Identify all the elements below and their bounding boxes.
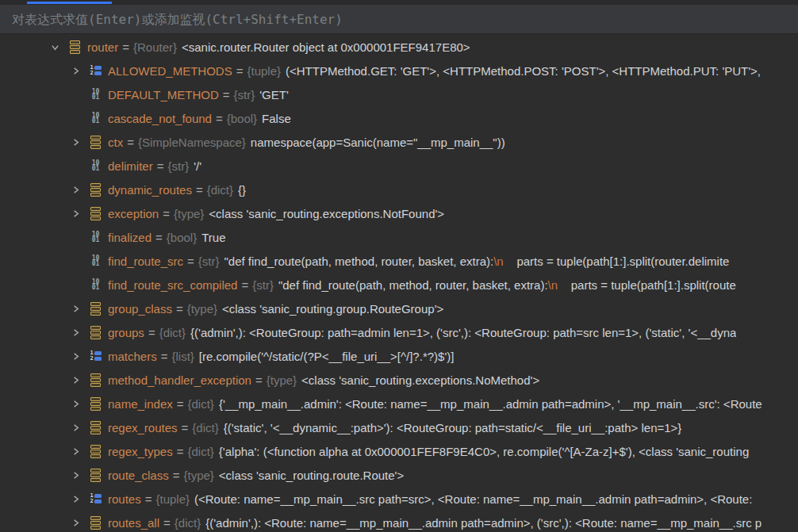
object-type-icon bbox=[89, 301, 102, 316]
list-type-icon: 12 bbox=[89, 492, 102, 506]
variable-value: "def find_route(path, method, router, ba… bbox=[278, 278, 736, 292]
variable-row[interactable]: 1001 find_route_src = {str} "def find_ro… bbox=[0, 249, 798, 273]
variable-value: {('admin',): <RouteGroup: path=admin len… bbox=[190, 326, 736, 339]
list-type-icon: 12 bbox=[89, 63, 102, 78]
evaluate-expression-input[interactable] bbox=[10, 11, 775, 28]
variable-row[interactable]: name_index = {dict} {'__mp_main__.admin'… bbox=[0, 392, 798, 415]
chevron-right-icon[interactable] bbox=[67, 350, 84, 362]
variable-row[interactable]: exception = {type} <class 'sanic_routing… bbox=[0, 201, 798, 225]
primitive-type-icon: 1001 bbox=[89, 111, 102, 125]
equals-sign: = bbox=[161, 350, 168, 363]
chevron-right-icon[interactable] bbox=[67, 492, 84, 505]
variable-name: cascade_not_found bbox=[108, 112, 212, 125]
chevron-right-icon[interactable] bbox=[67, 136, 84, 148]
object-type-icon bbox=[89, 182, 102, 197]
variable-name: name_index bbox=[108, 397, 173, 411]
primitive-type-icon: 1001 bbox=[89, 230, 102, 244]
variable-row[interactable]: 12 routes = {tuple} (<Route: name=__mp_m… bbox=[0, 487, 798, 511]
variable-name: route_class bbox=[108, 469, 169, 482]
variable-type-label: {type} bbox=[174, 207, 204, 220]
chevron-down-icon[interactable] bbox=[46, 40, 63, 53]
chevron-right-icon[interactable] bbox=[67, 207, 84, 220]
variable-row[interactable]: groups = {dict} {('admin',): <RouteGroup… bbox=[0, 320, 798, 344]
chevron-right-icon[interactable] bbox=[67, 445, 84, 457]
variable-type-label: {str} bbox=[167, 159, 189, 173]
variable-name: DEFAULT_METHOD bbox=[108, 88, 219, 101]
variable-value: <class 'sanic_routing.exceptions.NotFoun… bbox=[209, 207, 444, 220]
variable-row[interactable]: 12 matchers = {list} [re.compile('^/stat… bbox=[0, 344, 798, 368]
variable-name: routes bbox=[108, 492, 141, 506]
variable-type-label: {dict} bbox=[207, 183, 233, 197]
variable-value: {('admin',): <Route: name=__mp_main__.ad… bbox=[205, 516, 762, 530]
escape-sequence: \n bbox=[493, 255, 504, 268]
variable-value: <class 'sanic_routing.exceptions.NoMetho… bbox=[301, 373, 539, 387]
variable-type-label: {bool} bbox=[167, 231, 197, 244]
variable-value: (<HTTPMethod.GET: 'GET'>, <HTTPMethod.PO… bbox=[286, 64, 761, 78]
object-type-icon bbox=[89, 325, 102, 339]
variable-row[interactable]: 1001 DEFAULT_METHOD = {str} 'GET' bbox=[0, 82, 798, 106]
tab-strip bbox=[0, 0, 798, 5]
escape-sequence: \n bbox=[548, 278, 558, 292]
variable-name: groups bbox=[108, 326, 144, 339]
variable-name: find_route_src bbox=[108, 255, 183, 268]
equals-sign: = bbox=[216, 112, 223, 125]
object-type-icon bbox=[89, 206, 102, 220]
object-type-icon bbox=[89, 444, 102, 458]
chevron-right-icon[interactable] bbox=[67, 421, 84, 434]
variable-name: router bbox=[87, 40, 118, 54]
variable-row[interactable]: 12 ALLOWED_METHODS = {tuple} (<HTTPMetho… bbox=[0, 59, 798, 82]
object-type-icon bbox=[89, 420, 102, 434]
variable-row[interactable]: ctx = {SimpleNamespace} namespace(app=Sa… bbox=[0, 130, 798, 154]
equals-sign: = bbox=[182, 421, 189, 434]
variable-row[interactable]: routes_all = {dict} {('admin',): <Route:… bbox=[0, 511, 798, 532]
variable-value: (<Route: name=__mp_main__.src path=src>,… bbox=[194, 492, 752, 506]
chevron-right-icon[interactable] bbox=[67, 397, 84, 410]
variable-row[interactable]: regex_routes = {dict} {('static', '<__dy… bbox=[0, 415, 798, 439]
variable-row[interactable]: router = {Router} <sanic.router.Router o… bbox=[0, 35, 798, 59]
variable-row[interactable]: 1001 finalized = {bool} True bbox=[0, 225, 798, 249]
variable-type-label: {dict} bbox=[159, 326, 186, 339]
variable-name: delimiter bbox=[108, 159, 153, 173]
variable-name: finalized bbox=[108, 231, 152, 244]
chevron-right-icon[interactable] bbox=[67, 373, 84, 386]
primitive-type-icon: 1001 bbox=[89, 87, 102, 101]
variable-row[interactable]: regex_types = {dict} {'alpha': (<functio… bbox=[0, 439, 798, 463]
variable-row[interactable]: 1001 delimiter = {str} '/' bbox=[0, 154, 798, 178]
chevron-right-icon[interactable] bbox=[67, 469, 84, 481]
variable-row[interactable]: 1001 cascade_not_found = {bool} False bbox=[0, 106, 798, 130]
chevron-right-icon[interactable] bbox=[67, 64, 84, 77]
variable-name: method_handler_exception bbox=[108, 373, 251, 387]
variable-value: {'alpha': (<function alpha at 0x000001FE… bbox=[219, 445, 749, 458]
variable-value: <class 'sanic_routing.group.RouteGroup'> bbox=[222, 302, 443, 316]
primitive-type-icon: 1001 bbox=[89, 277, 102, 292]
variable-value: 'GET' bbox=[259, 88, 289, 101]
variable-name: find_route_src_compiled bbox=[108, 278, 237, 292]
equals-sign: = bbox=[177, 397, 184, 411]
object-type-icon bbox=[89, 515, 102, 530]
variable-row[interactable]: method_handler_exception = {type} <class… bbox=[0, 368, 798, 392]
selected-tab-indicator bbox=[27, 2, 112, 4]
variable-value: "def find_route(path, method, router, ba… bbox=[224, 255, 730, 268]
variable-type-label: {type} bbox=[183, 469, 213, 482]
object-type-icon bbox=[68, 40, 82, 54]
chevron-right-icon[interactable] bbox=[67, 302, 84, 315]
variable-row[interactable]: route_class = {type} <class 'sanic_routi… bbox=[0, 463, 798, 487]
object-type-icon bbox=[89, 468, 102, 482]
equals-sign: = bbox=[163, 207, 170, 220]
equals-sign: = bbox=[173, 469, 180, 482]
variable-name: dynamic_routes bbox=[108, 183, 192, 197]
variable-row[interactable]: dynamic_routes = {dict} {} bbox=[0, 178, 798, 201]
variable-type-label: {tuple} bbox=[247, 64, 281, 78]
chevron-right-icon[interactable] bbox=[67, 326, 84, 339]
variable-type-label: {tuple} bbox=[155, 492, 190, 506]
chevron-right-icon[interactable] bbox=[67, 183, 84, 196]
variable-row[interactable]: 1001 find_route_src_compiled = {str} "de… bbox=[0, 273, 798, 297]
chevron-right-icon[interactable] bbox=[67, 516, 84, 529]
variable-type-label: {dict} bbox=[175, 516, 201, 530]
variable-name: routes_all bbox=[108, 516, 159, 530]
variable-value: '/' bbox=[194, 159, 201, 173]
equals-sign: = bbox=[148, 326, 155, 339]
variables-tree[interactable]: router = {Router} <sanic.router.Router o… bbox=[0, 35, 798, 532]
equals-sign: = bbox=[145, 492, 152, 506]
variable-row[interactable]: group_class = {type} <class 'sanic_routi… bbox=[0, 297, 798, 320]
